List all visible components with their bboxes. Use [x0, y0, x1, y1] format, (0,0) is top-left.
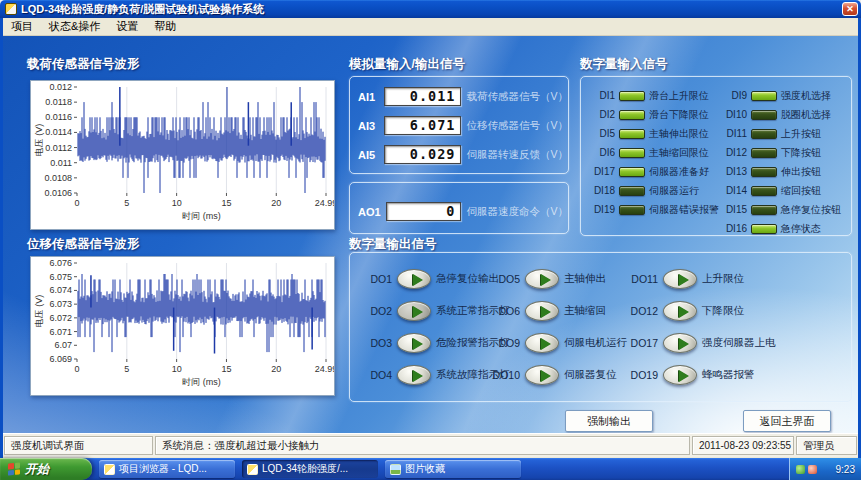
digital-output-do17: DO17强度伺服器上电 [628, 327, 776, 359]
channel-label: DI6 [587, 147, 615, 158]
led-indicator [751, 186, 777, 196]
digital-input-group: DI1滑台上升限位DI2滑台下降限位DI5主轴伸出限位DI6主轴缩回限位DI17… [580, 76, 852, 236]
digital-output-do5: DO5主轴伸出 [490, 263, 627, 295]
close-icon[interactable]: ✕ [842, 2, 858, 16]
digital-input-di14: DI14缩回按钮 [719, 181, 841, 200]
output-toggle-button[interactable] [397, 365, 431, 385]
output-toggle-button[interactable] [663, 333, 697, 353]
play-triangle-icon [679, 306, 689, 318]
output-toggle-button[interactable] [663, 365, 697, 385]
led-indicator [619, 167, 645, 177]
digital-input-di18: DI18伺服器运行 [587, 181, 719, 200]
menu-bar: 项目状态&操作设置帮助 [3, 18, 858, 36]
menu-item-4[interactable]: 帮助 [146, 18, 184, 35]
start-button[interactable]: 开始 [0, 458, 92, 480]
output-toggle-button[interactable] [525, 333, 559, 353]
signal-label: 强度伺服器上电 [702, 336, 776, 350]
svg-text:时间 (ms): 时间 (ms) [182, 211, 221, 221]
channel-label: DO11 [628, 273, 658, 285]
channel-label: DO6 [490, 305, 520, 317]
play-triangle-icon [413, 338, 423, 350]
signal-label: 伺服器运行 [649, 184, 699, 198]
svg-text:0.0116: 0.0116 [45, 112, 72, 122]
menu-item-3[interactable]: 设置 [108, 18, 146, 35]
signal-label: 伺服器复位 [564, 368, 617, 382]
return-main-button[interactable]: 返回主界面 [743, 410, 831, 432]
tray-alert-icon[interactable] [808, 465, 817, 474]
output-toggle-button[interactable] [663, 301, 697, 321]
signal-label: 伺服器准备好 [649, 165, 709, 179]
signal-label: 载荷传感器信号（V） [466, 90, 568, 104]
signal-label: 位移传感器信号（V） [466, 119, 568, 133]
value-display[interactable]: 6.071 [384, 116, 461, 135]
digital-output-do6: DO6主轴缩回 [490, 295, 627, 327]
play-triangle-icon [541, 274, 551, 286]
system-tray: 9:23 [789, 458, 861, 480]
svg-text:时间 (ms): 时间 (ms) [182, 377, 221, 387]
svg-text:0.0114: 0.0114 [45, 127, 72, 137]
signal-label: 蜂鸣器报警 [702, 368, 755, 382]
output-toggle-button[interactable] [397, 333, 431, 353]
menu-item-2[interactable]: 状态&操作 [41, 18, 108, 35]
signal-label: 主轴缩回 [564, 304, 606, 318]
led-indicator [619, 186, 645, 196]
digital-input-di9: DI9强度机选择 [719, 86, 841, 105]
channel-label: AO1 [358, 206, 381, 218]
play-triangle-icon [679, 370, 689, 382]
channel-label: DI19 [587, 204, 615, 215]
signal-label: 伺服器错误报警 [649, 203, 719, 217]
output-toggle-button[interactable] [525, 269, 559, 289]
svg-text:电压 (V): 电压 (V) [34, 124, 44, 157]
analog-section-title: 模拟量输入/输出信号 [349, 56, 465, 73]
svg-text:0.0106: 0.0106 [44, 188, 72, 198]
signal-label: 急停复位按钮 [781, 203, 841, 217]
svg-text:0.0112: 0.0112 [45, 143, 72, 153]
channel-label: DO17 [628, 337, 658, 349]
menu-item-1[interactable]: 项目 [3, 18, 41, 35]
value-display[interactable]: 0 [386, 202, 462, 221]
displacement-sensor-chart[interactable]: 0510152024.996.0766.0756.0746.0736.0726.… [30, 256, 335, 396]
task-label: 图片收藏 [405, 462, 445, 476]
signal-label: 伺服器转速反馈（V） [466, 148, 568, 162]
taskbar-task-3[interactable]: 图片收藏 [385, 460, 521, 478]
value-display[interactable]: 0.029 [384, 145, 461, 164]
digital-output-do12: DO12下降限位 [628, 295, 776, 327]
channel-label: DO10 [490, 369, 520, 381]
led-indicator [619, 148, 645, 158]
signal-label: 滑台下降限位 [649, 108, 709, 122]
output-toggle-button[interactable] [397, 301, 431, 321]
channel-label: DO2 [362, 305, 392, 317]
signal-label: 伺服电机运行 [564, 336, 627, 350]
output-toggle-button[interactable] [525, 301, 559, 321]
signal-label: 强度机选择 [781, 89, 831, 103]
signal-label: 主轴缩回限位 [649, 146, 709, 160]
digital-input-di11: DI11上升按钮 [719, 124, 841, 143]
output-toggle-button[interactable] [663, 269, 697, 289]
taskbar-task-1[interactable]: 项目浏览器 - LQD... [99, 460, 235, 478]
channel-label: DI11 [719, 128, 747, 139]
task-label: 项目浏览器 - LQD... [119, 462, 207, 476]
svg-text:0.011: 0.011 [50, 158, 72, 168]
value-display[interactable]: 0.011 [384, 87, 461, 106]
signal-label: 主轴伸出 [564, 272, 606, 286]
led-indicator [619, 110, 645, 120]
status-datetime: 2011-08-23 09:23:55 [692, 436, 794, 455]
signal-label: 上升限位 [702, 272, 744, 286]
svg-text:6.076: 6.076 [49, 258, 72, 268]
output-toggle-button[interactable] [525, 365, 559, 385]
output-toggle-button[interactable] [397, 269, 431, 289]
taskbar-task-2[interactable]: LQD-34轮胎强度/... [242, 460, 378, 478]
digital-output-do19: DO19蜂鸣器报警 [628, 359, 776, 391]
load-sensor-chart[interactable]: 0510152024.990.0120.01180.01160.01140.01… [30, 80, 335, 230]
play-triangle-icon [541, 306, 551, 318]
window-titlebar[interactable]: LQD-34轮胎强度/静负荷/脱圈试验机试验操作系统 ✕ [0, 0, 861, 18]
tray-status-icon[interactable] [796, 465, 805, 474]
svg-text:15: 15 [221, 364, 231, 374]
status-bar: 强度机调试界面 系统消息：强度机超过最小接触力 2011-08-23 09:23… [3, 433, 858, 457]
svg-text:0.0108: 0.0108 [44, 173, 72, 183]
signal-label: 上升按钮 [781, 127, 821, 141]
windows-logo-icon [8, 462, 20, 475]
digital-input-di13: DI13伸出按钮 [719, 162, 841, 181]
force-output-button[interactable]: 强制输出 [565, 410, 653, 432]
channel-label: DI16 [719, 223, 747, 234]
